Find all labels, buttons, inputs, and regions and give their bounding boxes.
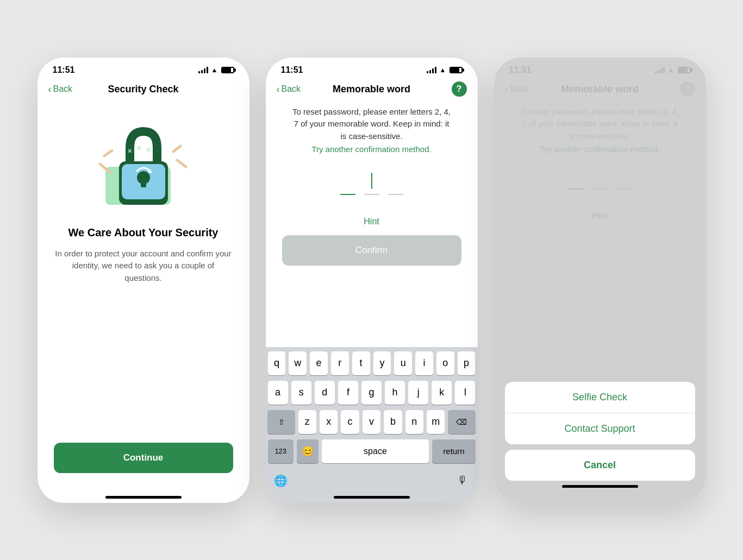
key-i[interactable]: i xyxy=(415,351,433,375)
globe-icon[interactable]: 🌐 xyxy=(270,469,292,493)
wifi-icon-2: ▲ xyxy=(440,66,446,74)
signal-bar-3 xyxy=(204,68,205,73)
nav-title-1: Security Check xyxy=(108,84,178,95)
key-r[interactable]: r xyxy=(331,351,349,375)
memo-content-2: To reset password, please enter letters … xyxy=(266,102,478,347)
signal-bar-2 xyxy=(201,70,203,73)
input-area-2[interactable] xyxy=(282,170,461,206)
key-o[interactable]: o xyxy=(436,351,454,375)
phone-3: 11:51 ▲ ‹ Back Memorable word xyxy=(494,58,706,503)
continue-button[interactable]: Continue xyxy=(54,443,233,473)
nav-bar-1: ‹ Back Security Check xyxy=(38,79,249,102)
key-g[interactable]: g xyxy=(361,381,382,405)
back-chevron-2: ‹ xyxy=(277,84,280,95)
help-button-2[interactable]: ? xyxy=(452,81,467,97)
battery-fill-1 xyxy=(222,68,231,72)
memo-desc-line2: 7 of your memorable word. Keep in mind: … xyxy=(294,119,449,128)
keyboard-row-2: a s d f g h j k l xyxy=(268,381,476,405)
status-bar-2: 11:51 ▲ xyxy=(266,58,478,79)
keyboard-bottom-row: 🌐 🎙 xyxy=(268,469,476,493)
key-h[interactable]: h xyxy=(385,381,405,405)
key-d[interactable]: d xyxy=(315,381,335,405)
key-s[interactable]: s xyxy=(291,381,311,405)
nav-title-2: Memorable word xyxy=(333,84,410,95)
signal-bars-1 xyxy=(198,67,208,73)
phone-2: 11:51 ▲ ‹ Back Memorable word xyxy=(266,58,478,503)
svg-line-12 xyxy=(173,146,180,152)
status-icons-2: ▲ xyxy=(427,66,463,74)
back-label-2: Back xyxy=(282,84,301,94)
memo-desc-line3: is case-sensitive. xyxy=(340,131,402,141)
keyboard-row-1: q w e r t y u i o p xyxy=(268,351,476,375)
key-m[interactable]: m xyxy=(427,410,445,434)
cancel-button[interactable]: Cancel xyxy=(505,450,695,481)
key-c[interactable]: c xyxy=(341,410,359,434)
key-q[interactable]: q xyxy=(268,351,286,375)
key-u[interactable]: u xyxy=(394,351,412,375)
key-e[interactable]: e xyxy=(310,351,328,375)
key-w[interactable]: w xyxy=(289,351,307,375)
key-space[interactable]: space xyxy=(322,439,429,463)
key-return[interactable]: return xyxy=(432,439,475,463)
selfie-check-button[interactable]: Selfie Check xyxy=(505,382,695,413)
underline-3 xyxy=(388,194,403,195)
key-a[interactable]: a xyxy=(268,381,288,405)
home-indicator-3 xyxy=(562,485,638,488)
key-l[interactable]: l xyxy=(455,381,475,405)
key-123[interactable]: 123 xyxy=(268,439,294,463)
key-x[interactable]: x xyxy=(320,410,338,434)
security-title: We Care About Your Security xyxy=(68,226,218,239)
nav-bar-2: ‹ Back Memorable word ? xyxy=(266,79,478,102)
key-k[interactable]: k xyxy=(432,381,452,405)
key-t[interactable]: t xyxy=(352,351,370,375)
key-n[interactable]: n xyxy=(405,410,423,434)
hint-link-2[interactable]: Hint xyxy=(282,217,461,226)
action-sheet: Selfie Check Contact Support Cancel xyxy=(505,382,695,492)
key-backspace[interactable]: ⌫ xyxy=(448,410,475,434)
key-y[interactable]: y xyxy=(373,351,391,375)
key-shift[interactable]: ⇧ xyxy=(267,410,295,434)
svg-rect-4 xyxy=(141,178,146,187)
page-wrapper: 11:51 ▲ ‹ Back Security Check xyxy=(16,36,728,525)
wifi-icon-1: ▲ xyxy=(211,66,218,74)
lock-illustration: ✕ ✕ ✕ xyxy=(89,112,198,210)
key-b[interactable]: b xyxy=(384,410,402,434)
signal-bar-2-3 xyxy=(432,68,434,73)
key-j[interactable]: j xyxy=(408,381,428,405)
key-f[interactable]: f xyxy=(338,381,358,405)
key-z[interactable]: z xyxy=(298,410,316,434)
contact-support-button[interactable]: Contact Support xyxy=(505,413,695,444)
home-indicator-2 xyxy=(334,496,410,499)
phone1-content: ✕ ✕ ✕ We Care About Your Security In ord… xyxy=(38,102,249,489)
key-v[interactable]: v xyxy=(363,410,380,434)
mic-icon[interactable]: 🎙 xyxy=(452,469,473,493)
signal-bar-1 xyxy=(198,71,200,73)
battery-fill-2 xyxy=(451,68,459,72)
status-time-2: 11:51 xyxy=(281,65,303,75)
confirm-button-2[interactable]: Confirm xyxy=(282,235,461,266)
key-emoji[interactable]: 😊 xyxy=(297,439,319,463)
battery-icon-2 xyxy=(449,67,463,73)
status-bar-1: 11:51 ▲ xyxy=(38,58,249,79)
svg-line-10 xyxy=(104,150,112,156)
alt-method-link-2[interactable]: Try another confirmation method. xyxy=(282,144,461,154)
keyboard-row-3: ⇧ z x c v b n m ⌫ xyxy=(268,410,476,434)
keyboard-2: q w e r t y u i o p a s d f g h j k l xyxy=(266,347,478,503)
status-icons-1: ▲ xyxy=(198,66,234,74)
back-button-2[interactable]: ‹ Back xyxy=(277,84,301,95)
cursor-area-2 xyxy=(371,170,372,192)
home-indicator-1 xyxy=(105,496,182,499)
signal-bar-4 xyxy=(207,67,208,73)
back-button-1[interactable]: ‹ Back xyxy=(48,84,73,95)
status-time-1: 11:51 xyxy=(53,65,75,75)
underline-1 xyxy=(340,194,355,195)
key-p[interactable]: p xyxy=(458,351,476,375)
svg-line-11 xyxy=(177,160,186,167)
battery-icon-1 xyxy=(221,67,234,73)
text-cursor-2 xyxy=(371,173,372,189)
phone-1: 11:51 ▲ ‹ Back Security Check xyxy=(38,58,249,503)
keyboard-row-4: 123 😊 space return xyxy=(268,439,476,463)
signal-bar-2-4 xyxy=(435,67,436,73)
signal-bars-2 xyxy=(427,67,436,73)
signal-bar-2-1 xyxy=(427,71,428,73)
